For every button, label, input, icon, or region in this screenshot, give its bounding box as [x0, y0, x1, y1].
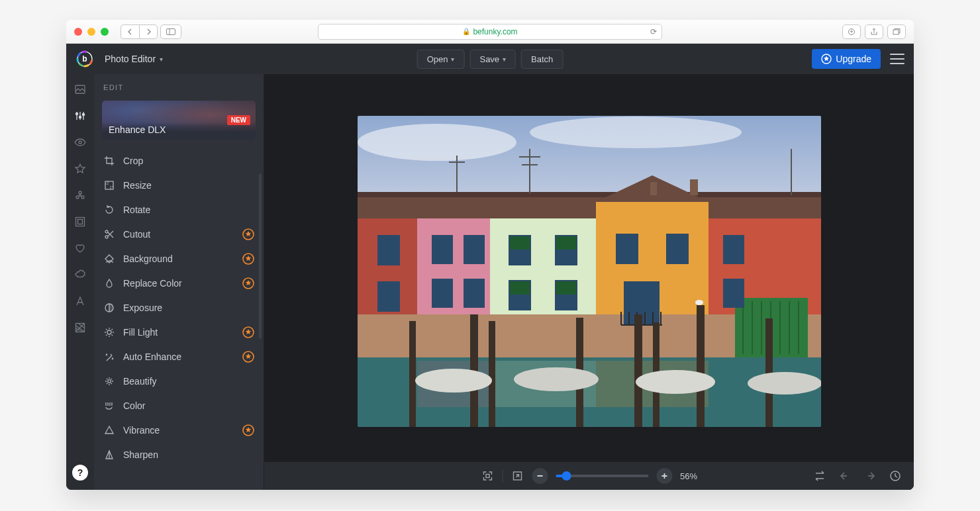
- rail-eye-icon[interactable]: [73, 135, 87, 150]
- svg-rect-23: [78, 220, 83, 224]
- batch-button[interactable]: Batch: [521, 50, 563, 69]
- tool-background[interactable]: Background: [94, 246, 264, 271]
- chevron-down-icon: ▾: [503, 56, 506, 63]
- tool-crop[interactable]: Crop: [94, 148, 264, 173]
- actual-size-icon[interactable]: [511, 469, 524, 483]
- color-icon: [103, 400, 115, 412]
- zoom-in-button[interactable]: [656, 468, 672, 484]
- artwork-image: [358, 116, 821, 427]
- rotate-icon: [103, 204, 115, 216]
- tool-cutout[interactable]: Cutout: [94, 222, 264, 246]
- vibrance-icon: [103, 424, 115, 436]
- tool-rotate[interactable]: Rotate: [94, 197, 264, 222]
- menu-icon[interactable]: [890, 54, 905, 64]
- window-controls: [74, 28, 109, 36]
- feature-enhance-dlx[interactable]: Enhance DLX NEW: [102, 101, 256, 140]
- svg-text:b: b: [82, 54, 87, 64]
- save-button[interactable]: Save▾: [469, 50, 516, 69]
- premium-star-icon: [242, 228, 254, 240]
- tool-label: Exposure: [123, 302, 162, 313]
- lock-icon: 🔒: [462, 28, 470, 35]
- maximize-window-icon[interactable]: [101, 28, 109, 36]
- tool-vibrance[interactable]: Vibrance: [94, 418, 264, 442]
- tool-auto-enhance[interactable]: Auto Enhance: [94, 344, 264, 369]
- history-icon[interactable]: [889, 469, 902, 483]
- help-button[interactable]: ?: [72, 465, 88, 481]
- canvas-stage[interactable]: [264, 74, 914, 462]
- background-icon: [103, 253, 115, 265]
- minimize-window-icon[interactable]: [87, 28, 95, 36]
- svg-rect-61: [464, 235, 485, 264]
- svg-rect-68: [616, 234, 638, 264]
- tabs-icon[interactable]: [887, 24, 906, 39]
- tool-label: Sharpen: [123, 449, 158, 460]
- top-center-actions: Open▾ Save▾ Batch: [417, 50, 564, 69]
- redo-icon[interactable]: [863, 469, 877, 483]
- rail-frame-icon[interactable]: [73, 214, 87, 229]
- svg-point-16: [82, 113, 84, 115]
- forward-button[interactable]: [139, 24, 158, 39]
- downloads-icon[interactable]: [842, 24, 861, 39]
- svg-point-20: [81, 196, 84, 199]
- tool-replace-color[interactable]: Replace Color: [94, 271, 264, 295]
- tool-resize[interactable]: Resize: [94, 173, 264, 197]
- tool-exposure[interactable]: Exposure: [94, 295, 264, 320]
- tool-label: Crop: [123, 156, 143, 166]
- refresh-icon[interactable]: ⟳: [650, 27, 657, 36]
- feature-label: Enhance DLX: [109, 124, 166, 135]
- tool-fill-light[interactable]: Fill Light: [94, 320, 264, 344]
- svg-rect-97: [409, 321, 416, 427]
- svg-point-17: [79, 141, 81, 144]
- svg-point-15: [79, 116, 81, 118]
- tool-label: Auto Enhance: [123, 351, 181, 362]
- zoom-slider-knob[interactable]: [562, 471, 571, 481]
- zoom-percent: 56%: [680, 471, 697, 481]
- svg-point-35: [108, 379, 111, 383]
- tool-sharpen[interactable]: Sharpen: [94, 442, 264, 467]
- tool-beautify[interactable]: Beautify: [94, 369, 264, 393]
- left-rail: ?: [66, 74, 94, 490]
- rail-texture-icon[interactable]: [73, 320, 87, 335]
- undo-icon[interactable]: [838, 469, 852, 483]
- tool-color[interactable]: Color: [94, 393, 264, 418]
- back-button[interactable]: [121, 24, 139, 39]
- svg-rect-74: [556, 236, 576, 250]
- share-icon[interactable]: [865, 24, 883, 39]
- rail-shapes-icon[interactable]: [73, 188, 87, 203]
- brand-logo-icon[interactable]: b: [75, 50, 94, 68]
- replace-color-icon: [103, 277, 115, 289]
- upgrade-button[interactable]: Upgrade: [812, 49, 881, 69]
- browser-right-icons: [842, 24, 906, 39]
- mode-selector[interactable]: Photo Editor ▾: [105, 54, 163, 64]
- close-window-icon[interactable]: [74, 28, 82, 36]
- tool-label: Replace Color: [123, 278, 182, 289]
- rail-heart-icon[interactable]: [73, 241, 87, 256]
- svg-point-21: [79, 195, 81, 197]
- rail-sliders-icon[interactable]: [73, 109, 87, 123]
- url-bar[interactable]: 🔒 befunky.com ⟳: [318, 24, 662, 40]
- svg-point-109: [695, 300, 703, 305]
- app-body: ? EDIT Enhance DLX NEW CropResizeRotateC…: [66, 74, 914, 490]
- tool-list[interactable]: CropResizeRotateCutoutBackgroundReplace …: [94, 147, 264, 490]
- rail-text-icon[interactable]: [73, 294, 87, 308]
- compare-icon[interactable]: [813, 469, 826, 483]
- svg-rect-41: [358, 195, 821, 222]
- open-button[interactable]: Open▾: [417, 50, 465, 69]
- sidebar-toggle-icon[interactable]: [160, 24, 181, 39]
- zoom-slider[interactable]: [556, 475, 648, 477]
- zoom-out-button[interactable]: [532, 468, 548, 484]
- resize-icon: [103, 179, 115, 191]
- rail-badge-icon[interactable]: [73, 267, 87, 282]
- cutout-icon: [103, 228, 115, 240]
- scrollbar[interactable]: [259, 173, 262, 339]
- titlebar: 🔒 befunky.com ⟳: [66, 20, 914, 44]
- tool-label: Resize: [123, 180, 152, 191]
- svg-point-107: [636, 370, 715, 394]
- svg-rect-60: [432, 235, 453, 264]
- rail-star-icon[interactable]: [73, 162, 87, 176]
- chevron-down-icon: ▾: [451, 56, 454, 63]
- tool-label: Background: [123, 254, 173, 264]
- svg-rect-58: [377, 235, 400, 265]
- rail-image-icon[interactable]: [73, 82, 87, 97]
- fit-screen-icon[interactable]: [481, 469, 494, 483]
